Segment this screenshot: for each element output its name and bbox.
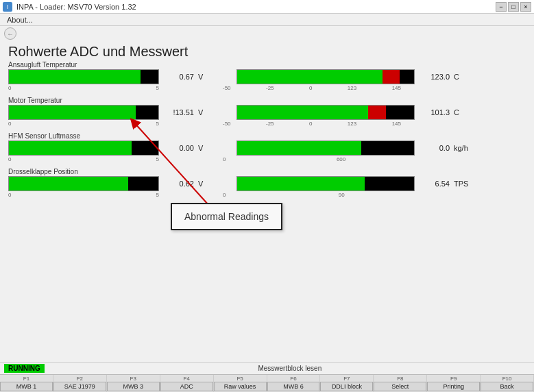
left-unit-2: V [198,144,212,152]
right-bar-green-2 [237,141,361,155]
right-value-0: 123.0 [419,73,450,81]
fkey-fn-7: F8 [397,376,403,382]
left-bar-1 [8,105,159,120]
fkey-btn-0[interactable]: MWB 1 [0,382,53,391]
abnormal-readings-tooltip: Abnormal Readings [171,203,282,230]
fkey-btn-3[interactable]: ADC [160,382,213,391]
sensor-section-1: Motor Temperatur!13.51V101.3C05-50-25012… [8,97,526,127]
left-bar-3 [8,176,159,191]
fkey-bar: F1MWB 1F2SAE J1979F3MWB 3F4ADCF5Raw valu… [0,374,534,392]
window-title: INPA - Loader: MSV70 Version 1.32 [16,3,136,11]
sensor-section-3: Drosselklappe Position0.62V6.54TPS05090 [8,168,526,198]
left-bar-fill-1 [9,106,136,119]
right-value-2: 0.0 [419,144,450,152]
fkey-btn-6[interactable]: DDLI block [320,382,373,391]
close-button[interactable]: × [520,2,531,12]
fkey-item-f2[interactable]: F2SAE J1979 [53,375,107,392]
maximize-button[interactable]: □ [508,2,519,12]
window-controls[interactable]: − □ × [496,2,531,12]
fkey-btn-1[interactable]: SAE J1979 [53,382,106,391]
right-bar-1 [236,105,415,120]
right-unit-1: C [454,108,468,117]
fkey-item-f1[interactable]: F1MWB 1 [0,375,53,392]
left-unit-3: V [198,180,212,188]
fkey-fn-6: F7 [343,376,350,382]
fkey-item-f3[interactable]: F3MWB 3 [107,375,160,392]
fkey-fn-5: F6 [290,376,296,382]
menu-about[interactable]: About... [4,16,36,24]
right-unit-0: C [454,73,468,81]
left-value-3: 0.62 [163,180,194,188]
sensor-label-0: Ansaugluft Temperatur [8,61,526,69]
left-bar-fill-2 [9,141,132,155]
fkey-fn-1: F2 [77,376,83,382]
sensor-row-2: 0.00V0.0kg/h [8,140,526,156]
fkey-fn-4: F5 [236,376,243,382]
menu-bar: About... [0,14,534,26]
back-btn-area: ← [0,26,534,41]
running-badge: RUNNING [4,364,45,373]
status-center-text: Messwertblock lesen [50,365,530,372]
fkey-fn-8: F9 [450,376,457,382]
right-unit-3: TPS [454,180,468,188]
fkey-btn-2[interactable]: MWB 3 [107,382,160,391]
fkey-item-f10[interactable]: F10Back [481,375,534,392]
title-bar: I INPA - Loader: MSV70 Version 1.32 − □ … [0,0,534,14]
fkey-fn-0: F1 [23,376,29,382]
left-bar-2 [8,140,159,156]
fkey-item-f6[interactable]: F6MWB 6 [267,375,321,392]
right-bar-3 [236,176,415,191]
page-title: Rohwerte ADC und Messwert [8,44,526,60]
sensor-section-2: HFM Sensor Luftmasse0.00V0.0kg/h050600 [8,132,526,162]
fkey-item-f4[interactable]: F4ADC [160,375,214,392]
fkey-item-f5[interactable]: F5Raw values [214,375,267,392]
left-value-2: 0.00 [163,144,194,152]
app-icon: I [3,2,12,12]
fkey-btn-9[interactable]: Back [481,382,533,391]
right-bar-2 [236,140,415,156]
sensor-section-0: Ansaugluft Temperatur0.67V123.0C05-50-25… [8,61,526,91]
sensor-label-2: HFM Sensor Luftmasse [8,132,526,140]
right-bar-0 [236,69,415,84]
back-arrow-button[interactable]: ← [4,27,16,40]
sensor-rows: Ansaugluft Temperatur0.67V123.0C05-50-25… [8,61,526,198]
fkey-btn-8[interactable]: Printing [427,382,480,391]
sensor-row-1: !13.51V101.3C [8,105,526,120]
left-bar-fill-0 [9,70,141,84]
fkey-fn-2: F3 [130,376,136,382]
left-value-0: 0.67 [163,73,194,81]
sensor-label-1: Motor Temperatur [8,97,526,104]
left-unit-0: V [198,73,212,81]
fkey-fn-3: F4 [184,376,190,382]
fkey-group: F1MWB 1F2SAE J1979F3MWB 3F4ADCF5Raw valu… [0,375,534,392]
fkey-item-f9[interactable]: F9Printing [427,375,481,392]
fkey-item-f8[interactable]: F8Select [374,375,427,392]
right-bar-red-0 [383,70,400,84]
tooltip-text: Abnormal Readings [184,211,269,222]
left-value-1: !13.51 [163,108,194,117]
right-bar-green-0 [237,70,383,84]
main-content: Rohwerte ADC und Messwert Ansaugluft Tem… [0,41,534,206]
right-bar-green-1 [237,106,368,119]
fkey-btn-4[interactable]: Raw values [214,382,267,391]
fkey-btn-7[interactable]: Select [374,382,426,391]
right-bar-green-3 [237,177,365,191]
right-bar-red-1 [368,106,386,119]
left-bar-fill-3 [9,177,128,191]
right-value-1: 101.3 [419,108,450,117]
minimize-button[interactable]: − [496,2,507,12]
sensor-row-3: 0.62V6.54TPS [8,176,526,191]
fkey-item-f7[interactable]: F7DDLI block [320,375,374,392]
left-unit-1: V [198,108,212,117]
right-value-3: 6.54 [419,180,450,188]
sensor-row-0: 0.67V123.0C [8,69,526,84]
fkey-fn-9: F10 [502,376,512,382]
fkey-btn-5[interactable]: MWB 6 [267,382,320,391]
sensor-label-3: Drosselklappe Position [8,168,526,175]
status-bar: RUNNING Messwertblock lesen [0,362,534,374]
left-bar-0 [8,69,159,84]
right-unit-2: kg/h [454,144,468,152]
